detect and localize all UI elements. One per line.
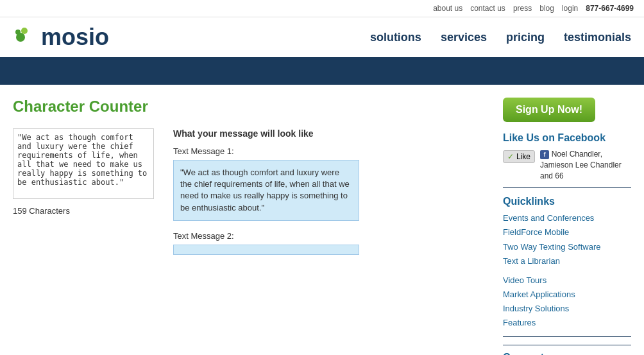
ql-text-librarian[interactable]: Text a Librarian <box>503 254 631 268</box>
like-label: Like <box>516 152 530 161</box>
logo[interactable]: mosio <box>13 24 109 51</box>
logo-text: mosio <box>41 24 109 51</box>
char-count: 159 Characters <box>13 206 154 216</box>
nav-services[interactable]: services <box>441 31 487 44</box>
msg2-label: Text Message 2: <box>173 231 490 241</box>
message-textarea[interactable]: "We act as though comfort and luxury wer… <box>13 128 154 199</box>
like-button[interactable]: ✓ Like <box>503 150 535 163</box>
ql-spacer <box>503 268 631 273</box>
nav-solutions[interactable]: solutions <box>370 31 421 44</box>
left-panel: "We act as though comfort and luxury wer… <box>13 128 154 255</box>
content: Character Counter "We act as though comf… <box>0 85 644 355</box>
page-title: Character Counter <box>13 98 490 116</box>
msg2-bar <box>173 245 359 255</box>
signup-button[interactable]: Sign Up Now! <box>503 98 595 122</box>
checkmark-icon: ✓ <box>507 152 514 161</box>
contact-us-link[interactable]: contact us <box>470 4 505 13</box>
ql-two-way-texting[interactable]: Two Way Texting Software <box>503 240 631 254</box>
facebook-section: Like Us on Facebook ✓ Like f Noel Chandl… <box>503 132 631 188</box>
quicklinks-section: Quicklinks Events and Conferences FieldF… <box>503 196 631 337</box>
login-link[interactable]: login <box>562 4 578 13</box>
sidebar: Sign Up Now! Like Us on Facebook ✓ Like … <box>503 98 631 355</box>
ql-video-tours[interactable]: Video Tours <box>503 273 631 288</box>
facebook-like-row: ✓ Like f Noel Chandler, Jamieson Lee Cha… <box>503 149 631 181</box>
press-link[interactable]: press <box>513 4 532 13</box>
connect-section: Connect t f <box>503 345 631 355</box>
top-bar: about us contact us press blog login 877… <box>0 0 644 17</box>
blue-banner <box>0 59 644 85</box>
quicklinks-title: Quicklinks <box>503 196 631 207</box>
nav-testimonials[interactable]: testimonials <box>564 31 631 44</box>
main-nav: solutions services pricing testimonials <box>370 31 631 44</box>
msg1-bubble: "We act as though comfort and luxury wer… <box>173 160 359 221</box>
svg-point-2 <box>21 28 28 34</box>
ql-features[interactable]: Features <box>503 316 631 330</box>
blog-link[interactable]: blog <box>539 4 554 13</box>
svg-point-1 <box>15 30 21 35</box>
header: mosio solutions services pricing testimo… <box>0 17 644 59</box>
main-content: Character Counter "We act as though comf… <box>13 98 490 355</box>
about-us-link[interactable]: about us <box>433 4 462 13</box>
ql-market-applications[interactable]: Market Applications <box>503 288 631 302</box>
facebook-thumb-icon: f <box>540 150 549 159</box>
phone-number: 877-667-4699 <box>586 4 634 13</box>
ql-events-conferences[interactable]: Events and Conferences <box>503 211 631 225</box>
ql-fieldforce-mobile[interactable]: FieldForce Mobile <box>503 225 631 239</box>
ql-industry-solutions[interactable]: Industry Solutions <box>503 302 631 316</box>
main-layout: "We act as though comfort and luxury wer… <box>13 128 490 255</box>
nav-pricing[interactable]: pricing <box>506 31 545 44</box>
facebook-names: Noel Chandler, Jamieson Lee Chandler and… <box>540 150 622 180</box>
right-panel: What your message will look like Text Me… <box>173 128 490 255</box>
connect-title: Connect <box>503 345 631 355</box>
facebook-title: Like Us on Facebook <box>503 132 631 144</box>
preview-title: What your message will look like <box>173 128 490 139</box>
msg1-label: Text Message 1: <box>173 146 490 156</box>
logo-icon <box>13 24 38 50</box>
